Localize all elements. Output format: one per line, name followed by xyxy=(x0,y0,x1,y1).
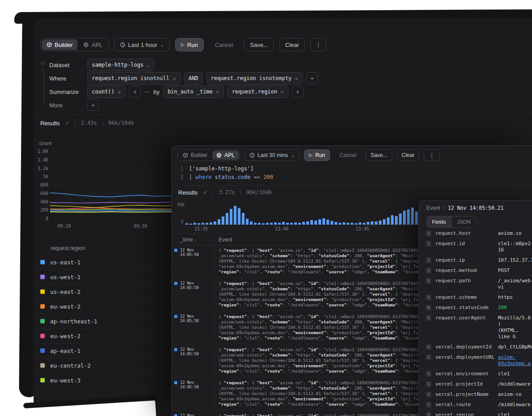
field-row[interactable]: Srequest.path/_axiom/web-vi xyxy=(419,276,532,293)
time-range-button[interactable]: Last 30 mins ⌄ xyxy=(245,149,300,161)
tab-builder[interactable]: Builder xyxy=(42,39,77,50)
close-icon[interactable]: × xyxy=(295,76,298,81)
code-line[interactable]: 2| where status.code == 200 xyxy=(178,174,273,180)
clear-button[interactable]: Clear xyxy=(397,149,420,161)
query-duration: 3.27s xyxy=(219,189,235,195)
tab-apl[interactable]: APL xyxy=(78,39,107,50)
field-row[interactable]: Svercel.deploymentURLaxiom-69v3qzkme.a xyxy=(419,352,532,369)
field-row[interactable]: Svercel.environmentcle1 xyxy=(419,369,532,379)
field-row[interactable]: Svercel.deploymentIddpl_CtLGBpMvY xyxy=(419,342,532,352)
clock-icon xyxy=(249,153,255,158)
field-row[interactable]: Srequest.userAgentMozilla/5.0 ( (KHTML, … xyxy=(419,313,532,342)
filter-pill[interactable]: request.region isnotempty × xyxy=(206,72,303,85)
add-aggregation-button[interactable]: + xyxy=(129,86,141,98)
close-icon[interactable]: × xyxy=(172,76,176,81)
field-row[interactable]: Srequest.methodPOST xyxy=(419,266,532,276)
column-header-event[interactable]: Event xyxy=(215,237,232,243)
field-value: /middleware xyxy=(498,381,532,387)
legend-item[interactable]: us-east-1 xyxy=(34,255,172,270)
field-row[interactable]: Nrequest.statusCode200 xyxy=(419,303,532,313)
save-button[interactable]: Save... xyxy=(365,149,392,161)
legend-item[interactable]: eu-central-2 xyxy=(34,358,172,373)
field-value: /middleware xyxy=(498,402,532,408)
series-color-swatch xyxy=(40,334,45,338)
group-by-pill[interactable]: bin_auto _time × xyxy=(163,85,224,98)
column-header-time[interactable]: _time ↓ xyxy=(172,237,215,243)
run-button[interactable]: ▷ Run xyxy=(304,149,330,161)
y-axis-tick: 1.4K xyxy=(34,157,48,162)
cancel-button[interactable]: Cancel xyxy=(209,38,239,51)
field-row[interactable]: Srequest.hostaxiom.co xyxy=(419,229,532,239)
dataset-select[interactable]: sample-http-logs ⌄ xyxy=(87,59,154,71)
legend-rows: us-east-1us-west-1us-east-2eu-west-2ap-n… xyxy=(34,255,172,388)
field-row[interactable]: Srequest.ip107.152.37.79 xyxy=(419,255,532,266)
y-axis-title: count xyxy=(39,140,51,146)
close-icon[interactable]: × xyxy=(118,89,121,95)
tab-fields[interactable]: Fields xyxy=(427,216,451,227)
count-line-chart[interactable]: count 1.6K1.4K1.2k1k8006004002000 09:200… xyxy=(34,139,172,231)
menu-button[interactable]: ⋮ xyxy=(310,38,326,51)
add-filter-button[interactable]: + xyxy=(306,72,318,84)
event-time: 12 Nov 14:05:50 xyxy=(180,248,215,257)
legend-item[interactable]: eu-west-3 xyxy=(34,373,172,388)
legend-item[interactable]: eu-west-2 xyxy=(34,329,172,344)
field-row[interactable]: Svercel.projectNameaxiom-co xyxy=(419,390,532,400)
close-icon[interactable]: × xyxy=(216,89,219,95)
series-legend: request.region us-east-1us-west-1us-east… xyxy=(34,242,172,388)
series-color-swatch xyxy=(40,275,45,279)
y-axis-min: 0 xyxy=(181,219,184,224)
mode-switcher: Builder APL xyxy=(40,38,109,51)
legend-title: request.region xyxy=(34,242,172,255)
series-name: ap-northeast-1 xyxy=(50,318,97,325)
filter-pill[interactable]: request.region isnotnull × xyxy=(87,72,180,85)
histogram-bar xyxy=(214,221,216,225)
tab-json[interactable]: JSON xyxy=(451,216,476,227)
globe-icon xyxy=(216,153,222,158)
legend-item[interactable]: eu-west-2 xyxy=(34,299,172,314)
plus-icon: + xyxy=(310,75,314,82)
legend-item[interactable]: us-west-1 xyxy=(34,270,172,284)
cancel-button[interactable]: Cancel xyxy=(335,149,361,161)
save-button[interactable]: Save... xyxy=(244,38,274,51)
time-range-button[interactable]: Last 1 hour ⌄ xyxy=(114,38,170,51)
histogram-bar xyxy=(258,223,261,225)
group-by-pill[interactable]: request.region × xyxy=(227,85,288,98)
histogram-bar xyxy=(250,221,253,225)
section-divider xyxy=(172,185,532,186)
x-axis-labels: 09:2009:30 xyxy=(50,224,172,230)
field-type-icon: N xyxy=(425,305,432,311)
line-chart-plot[interactable] xyxy=(50,152,172,219)
legend-item[interactable]: us-east-2 xyxy=(34,284,172,299)
histogram-bars[interactable] xyxy=(185,205,420,225)
conjunction-pill[interactable]: AND xyxy=(184,72,203,85)
field-type-icon: S xyxy=(425,354,432,361)
tab-apl[interactable]: APL xyxy=(212,151,239,160)
tab-builder[interactable]: Builder xyxy=(179,151,211,160)
code-line[interactable]: 1['sample-http-logs'] xyxy=(178,166,273,172)
clear-button[interactable]: Clear xyxy=(279,38,305,51)
legend-item[interactable]: ap-northeast-1 xyxy=(34,314,172,329)
field-row[interactable]: Srequest.schemehttps xyxy=(419,293,532,303)
add-group-button[interactable]: + xyxy=(292,86,304,98)
field-row[interactable]: Svercel.route/middleware xyxy=(419,400,532,410)
legend-item[interactable]: ap-east-1 xyxy=(34,344,172,358)
breadcrumb-root: Event xyxy=(426,205,440,211)
add-more-button[interactable]: + xyxy=(87,99,99,111)
field-value: 200 xyxy=(498,305,532,311)
field-type-icon: S xyxy=(425,315,432,321)
histogram-bar xyxy=(193,223,196,225)
field-row[interactable]: Svercel.projectId/middleware xyxy=(419,379,532,390)
field-value[interactable]: axiom-69v3qzkme.a xyxy=(498,354,532,367)
histogram-bar xyxy=(234,206,236,225)
close-icon[interactable]: × xyxy=(280,89,284,95)
field-row[interactable]: Srequest.idcle1::m8pv2-16 xyxy=(419,239,532,255)
filter-field: request.region xyxy=(211,75,256,81)
x-axis-tick: 13:45 xyxy=(356,226,369,231)
field-key: request.host xyxy=(435,230,498,237)
run-button[interactable]: ▷ Run xyxy=(175,38,204,51)
apl-code-editor[interactable]: 1['sample-http-logs']2| where status.cod… xyxy=(178,166,273,180)
field-row[interactable]: Svercel.regioncle1 xyxy=(419,410,532,416)
event-detail-panel: Event / 12 Nov 14:05:50.21 Fields JSON S… xyxy=(419,200,532,416)
menu-button[interactable]: ⋮ xyxy=(424,149,440,161)
aggregation-pill[interactable]: count() × xyxy=(87,85,125,98)
